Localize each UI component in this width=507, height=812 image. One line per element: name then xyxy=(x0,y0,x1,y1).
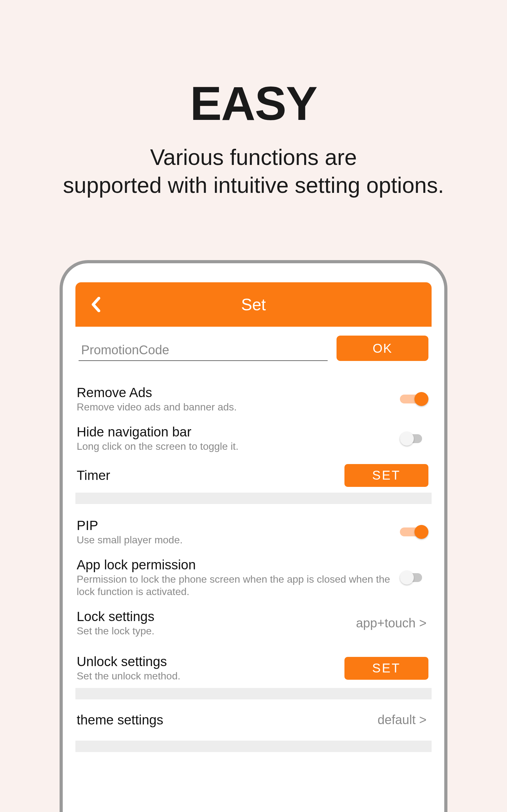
promo-code-input[interactable]: PromotionCode xyxy=(81,343,328,357)
hero-subtitle: Various functions are supported with int… xyxy=(0,144,507,199)
settings-group-2: PIP Use small player mode. App lock perm… xyxy=(75,504,432,688)
pip-sub: Use small player mode. xyxy=(77,534,394,546)
hero-subtitle-line1: Various functions are xyxy=(150,145,357,170)
row-text: App lock permission Permission to lock t… xyxy=(77,557,400,598)
row-unlock-settings: Unlock settings Set the unlock method. S… xyxy=(75,643,432,688)
section-divider xyxy=(75,688,432,699)
row-pip: PIP Use small player mode. xyxy=(75,512,432,552)
promo-section: PromotionCode OK xyxy=(75,327,432,364)
hide-nav-toggle[interactable] xyxy=(400,432,429,446)
hero-title: EASY xyxy=(0,76,507,131)
theme-settings-title: theme settings xyxy=(77,712,371,728)
app-lock-sub: Permission to lock the phone screen when… xyxy=(77,573,394,598)
remove-ads-toggle[interactable] xyxy=(400,392,429,406)
settings-group-1: Remove Ads Remove video ads and banner a… xyxy=(75,364,432,493)
unlock-set-button[interactable]: SET xyxy=(344,657,429,680)
back-icon[interactable] xyxy=(91,297,101,312)
row-lock-settings[interactable]: Lock settings Set the lock type. app+tou… xyxy=(75,603,432,643)
hero-section: EASY Various functions are supported wit… xyxy=(0,0,507,199)
hide-nav-title: Hide navigation bar xyxy=(77,424,394,440)
row-text: Remove Ads Remove video ads and banner a… xyxy=(77,385,400,413)
section-divider xyxy=(75,741,432,752)
lock-settings-sub: Set the lock type. xyxy=(77,625,350,637)
toggle-thumb xyxy=(400,432,414,446)
toggle-thumb xyxy=(414,392,429,406)
row-app-lock: App lock permission Permission to lock t… xyxy=(75,552,432,603)
row-text: Timer xyxy=(77,468,344,483)
timer-set-button[interactable]: SET xyxy=(344,464,429,487)
app-header-title: Set xyxy=(75,295,432,314)
unlock-settings-title: Unlock settings xyxy=(77,654,338,669)
promo-input-wrap: PromotionCode xyxy=(78,343,328,361)
pip-toggle[interactable] xyxy=(400,525,429,539)
row-text: theme settings xyxy=(77,712,377,728)
app-lock-title: App lock permission xyxy=(77,557,394,572)
toggle-thumb xyxy=(414,525,429,539)
unlock-settings-sub: Set the unlock method. xyxy=(77,670,338,682)
pip-title: PIP xyxy=(77,518,394,533)
row-remove-ads: Remove Ads Remove video ads and banner a… xyxy=(75,379,432,419)
app-header: Set xyxy=(75,282,432,327)
row-timer: Timer SET xyxy=(75,458,432,493)
app-lock-toggle[interactable] xyxy=(400,571,429,585)
row-theme-settings[interactable]: theme settings default > xyxy=(75,699,432,741)
remove-ads-title: Remove Ads xyxy=(77,385,394,400)
row-text: PIP Use small player mode. xyxy=(77,518,400,546)
row-text: Lock settings Set the lock type. xyxy=(77,609,356,637)
row-hide-nav: Hide navigation bar Long click on the sc… xyxy=(75,419,432,458)
lock-settings-title: Lock settings xyxy=(77,609,350,624)
timer-title: Timer xyxy=(77,468,338,483)
theme-settings-value: default > xyxy=(377,713,429,727)
row-text: Hide navigation bar Long click on the sc… xyxy=(77,424,400,452)
promo-row: PromotionCode OK xyxy=(75,327,432,364)
promo-ok-button[interactable]: OK xyxy=(337,336,429,361)
hide-nav-sub: Long click on the screen to toggle it. xyxy=(77,440,394,452)
section-divider xyxy=(75,493,432,504)
lock-settings-value: app+touch > xyxy=(356,616,429,630)
phone-frame: Set PromotionCode OK Remove Ads Remove v… xyxy=(60,260,447,812)
toggle-thumb xyxy=(400,571,414,585)
row-text: Unlock settings Set the unlock method. xyxy=(77,654,344,682)
settings-group-3: theme settings default > xyxy=(75,699,432,741)
remove-ads-sub: Remove video ads and banner ads. xyxy=(77,401,394,413)
hero-subtitle-line2: supported with intuitive setting options… xyxy=(63,173,444,198)
